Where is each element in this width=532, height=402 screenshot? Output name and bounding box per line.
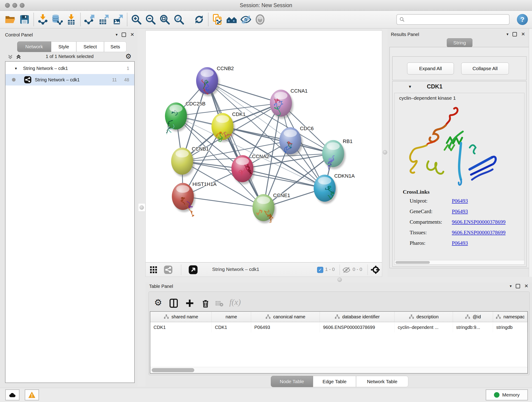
network-canvas[interactable]: CCNB2CCNA1CDC25BCDK1CDC6RB1CCNB1CCNA2CDK… — [146, 31, 382, 262]
bottom-splitter-handle[interactable] — [337, 278, 342, 282]
selected-indicator-checkbox[interactable]: ✓ — [317, 267, 323, 273]
tab-style[interactable]: Style — [51, 41, 76, 52]
panel-float-icon[interactable]: ▾ — [510, 284, 512, 288]
panel-float-icon[interactable]: ▾ — [116, 32, 118, 37]
search-input[interactable] — [405, 17, 507, 22]
toolbar-search-field[interactable] — [396, 14, 510, 25]
create-column-plus-icon[interactable] — [185, 298, 195, 308]
left-splitter[interactable] — [138, 29, 146, 386]
birds-eye-grid-icon[interactable] — [149, 266, 158, 274]
tab-network[interactable]: Network — [17, 41, 51, 52]
table-row[interactable]: CDK1CDK1P064939606.ENSP00000378699cyclin… — [150, 322, 527, 332]
cell--id[interactable]: stringdb:9... — [453, 322, 493, 332]
compartments-link[interactable]: 9606.ENSP00000378699 — [452, 219, 506, 225]
export-image-button[interactable] — [111, 12, 125, 27]
node-CDKN1A[interactable]: CDKN1A — [314, 173, 355, 204]
cdk1-collapse-triangle-icon[interactable]: ▼ — [408, 85, 412, 89]
panel-close-icon[interactable]: ✕ — [524, 283, 528, 289]
cell-database-identifier[interactable]: 9606.ENSP00000378699 — [320, 322, 394, 332]
open-session-button[interactable] — [3, 12, 17, 27]
column-header-shared-name[interactable]: shared name — [150, 312, 212, 322]
delete-column-trash-icon[interactable] — [201, 298, 210, 308]
cell-description[interactable]: cyclin–dependent ... — [394, 322, 453, 332]
import-network-database-button[interactable] — [50, 12, 64, 27]
network-options-gear-icon[interactable]: ⚙ — [125, 53, 132, 60]
tab-string[interactable]: String — [447, 38, 472, 47]
column-header-canonical-name[interactable]: canonical name — [251, 312, 320, 322]
cloud-status-button[interactable] — [5, 389, 19, 400]
tab-network-table[interactable]: Network Table — [356, 376, 408, 387]
network-collection-row[interactable]: ▼ String Network – cdk1 1 — [6, 63, 134, 74]
node-CCNA1[interactable]: CCNA1 — [270, 88, 308, 119]
expand-all-button[interactable]: Expand All — [407, 63, 454, 75]
column-header-database-identifier[interactable]: database identifier — [320, 312, 394, 322]
cell-name[interactable]: CDK1 — [212, 322, 251, 332]
tab-node-table[interactable]: Node Table — [271, 376, 313, 387]
zoom-out-button[interactable] — [143, 12, 158, 27]
results-vertical-scrollbar[interactable] — [529, 29, 532, 277]
refresh-view-button[interactable] — [192, 12, 206, 27]
table-options-gear-icon[interactable]: ⚙ — [154, 298, 162, 307]
collapse-all-button[interactable]: Collapse All — [461, 63, 509, 75]
cell-shared-name[interactable]: CDK1 — [150, 322, 212, 332]
import-network-file-button[interactable] — [36, 12, 50, 27]
tab-select[interactable]: Select — [76, 41, 104, 52]
column-header-name[interactable]: name — [212, 312, 251, 322]
network-selection-status: 1 of 1 Network selected — [2, 54, 138, 59]
left-splitter-handle[interactable] — [138, 203, 145, 211]
panel-close-icon[interactable]: ✕ — [130, 32, 134, 37]
cell-namespac[interactable]: stringdb — [493, 322, 527, 332]
column-header-namespac[interactable]: namespac — [493, 312, 527, 322]
panel-maximize-icon[interactable] — [516, 284, 520, 288]
uniprot-link[interactable]: P06493 — [452, 198, 468, 204]
right-splitter[interactable] — [382, 29, 388, 277]
network-row[interactable]: String Network – cdk1 11 48 — [6, 74, 134, 85]
export-table-button[interactable] — [97, 12, 111, 27]
warning-status-button[interactable] — [25, 389, 39, 400]
help-button[interactable]: ? — [517, 14, 528, 25]
network-overview-icon[interactable] — [164, 265, 173, 274]
node-CCNB2[interactable]: CCNB2 — [196, 65, 234, 96]
string-network-graph[interactable]: CCNB2CCNA1CDC25BCDK1CDC6RB1CCNB1CCNA2CDK… — [146, 31, 382, 262]
tab-sets[interactable]: Sets — [104, 41, 127, 52]
node-CCNA2[interactable]: CCNA2 — [231, 153, 269, 184]
results-horizontal-scrollbar[interactable] — [394, 260, 524, 264]
right-splitter-handle[interactable] — [383, 150, 387, 154]
level-of-detail-button[interactable] — [253, 12, 267, 27]
table-horizontal-scrollbar[interactable] — [150, 367, 527, 373]
selected-counts: 1 - 0 — [325, 267, 335, 272]
tissues-link[interactable]: 9606.ENSP00000378699 — [452, 230, 506, 235]
detach-view-icon[interactable] — [188, 265, 198, 274]
cell-canonical-name[interactable]: P06493 — [251, 322, 320, 332]
show-hide-graphics-button[interactable] — [239, 12, 253, 27]
zoom-in-button[interactable] — [129, 12, 143, 27]
genecard-link[interactable]: P06493 — [452, 209, 468, 214]
clone-network-button[interactable] — [210, 12, 225, 27]
node-label-CCNA2: CCNA2 — [252, 153, 269, 159]
center-view-crosshair-icon[interactable] — [371, 265, 380, 274]
node-CCNE1[interactable]: CCNE1 — [253, 192, 290, 223]
panel-maximize-icon[interactable] — [122, 32, 126, 37]
home-networks-button[interactable] — [225, 12, 239, 27]
zoom-selected-button[interactable] — [172, 12, 186, 27]
column-header--id[interactable]: @id — [453, 312, 493, 322]
panel-float-icon[interactable]: ▾ — [507, 32, 509, 37]
zoom-fit-button[interactable] — [158, 12, 172, 27]
column-header-description[interactable]: description — [394, 312, 453, 322]
bottom-splitter[interactable] — [146, 277, 532, 282]
pharos-link[interactable]: P06493 — [452, 240, 468, 246]
save-session-button[interactable] — [17, 12, 32, 27]
scrollbar-thumb[interactable] — [395, 261, 430, 264]
memory-button[interactable]: Memory — [486, 389, 528, 400]
show-columns-icon[interactable] — [169, 298, 178, 308]
tab-edge-table[interactable]: Edge Table — [313, 376, 356, 387]
export-network-button[interactable] — [82, 12, 97, 27]
import-table-file-button[interactable] — [64, 12, 78, 27]
panel-close-icon[interactable]: ✕ — [521, 32, 525, 37]
node-HIST1H1A[interactable]: HIST1H1A — [172, 181, 216, 216]
collection-expand-triangle-icon[interactable]: ▼ — [14, 66, 18, 70]
node-CDC6[interactable]: CDC6 — [279, 126, 314, 156]
node-RB1[interactable]: RB1 — [322, 138, 353, 170]
panel-maximize-icon[interactable] — [513, 32, 517, 36]
scrollbar-thumb[interactable] — [152, 368, 194, 372]
